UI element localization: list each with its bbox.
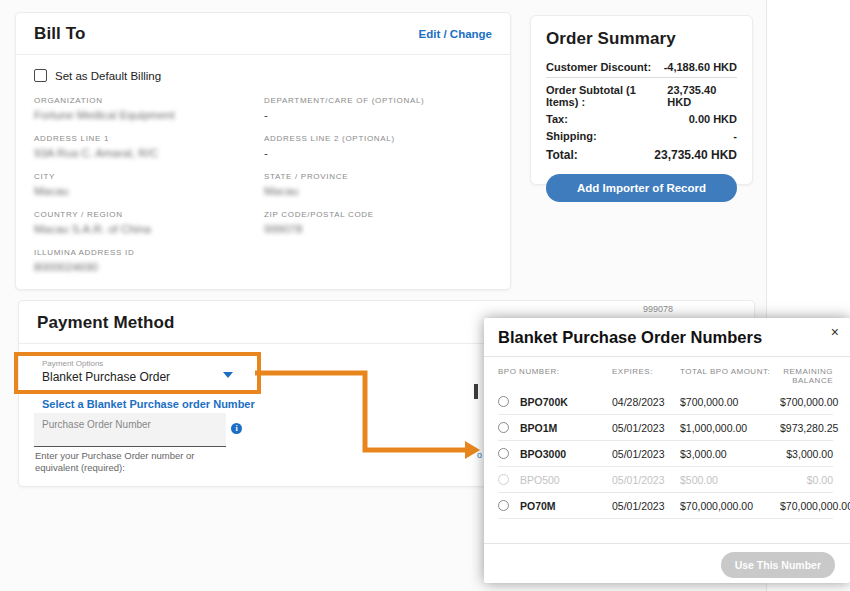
background-link-fragment: o (477, 450, 482, 460)
payment-method-title: Payment Method (37, 313, 174, 333)
summary-divider (546, 77, 737, 78)
field-state-province: STATE / PROVINCE Macau (264, 172, 492, 197)
field-department: DEPARTMENT/CARE OF (OPTIONAL) - (264, 96, 492, 121)
bpo-modal-footer: Use This Number (484, 543, 850, 583)
summary-row-tax: Tax: 0.00 HKD (546, 110, 737, 127)
bpo-modal: Blanket Purchase Order Numbers × BPO NUM… (484, 318, 850, 583)
bpo-modal-title: Blanket Purchase Order Numbers (498, 328, 762, 346)
summary-row-subtotal: Order Subtotal (1 Items) : 23,735.40 HKD (546, 81, 737, 110)
bpo-table-header: BPO NUMBER: EXPIRES: TOTAL BPO AMOUNT: R… (484, 357, 850, 389)
bpo-row-po70m[interactable]: PO70M 05/01/2023 $70,000,000.00 $70,000,… (498, 493, 833, 519)
chevron-down-icon (223, 372, 233, 378)
close-icon[interactable]: × (831, 324, 839, 340)
po-helper-text: Enter your Purchase Order number or equi… (35, 450, 194, 473)
background-zip-fragment: 999078 (643, 304, 673, 314)
payment-options-dropdown[interactable]: Payment Options Blanket Purchase Order (34, 356, 241, 391)
default-billing-checkbox[interactable] (34, 69, 47, 82)
bill-to-header: Bill To Edit / Change (16, 13, 510, 55)
bpo-row-bpo700k[interactable]: BPO700K 04/28/2023 $700,000.00 $700,000.… (498, 389, 833, 415)
add-importer-of-record-button[interactable]: Add Importer of Record (546, 174, 737, 202)
field-city: CITY Macau (34, 172, 264, 197)
default-billing-label: Set as Default Billing (55, 70, 161, 82)
field-address-line-1: ADDRESS LINE 1 93A Rua C. Amaral, R/C (34, 134, 264, 159)
field-organization: ORGANIZATION Fortune Medical Equipment (34, 96, 264, 121)
field-illumina-address-id: ILLUMINA ADDRESS ID 8000024690 (34, 248, 264, 273)
bill-to-card: Bill To Edit / Change Set as Default Bil… (15, 12, 511, 290)
select-bpo-number-link[interactable]: Select a Blanket Purchase order Number (42, 398, 255, 410)
edit-change-link[interactable]: Edit / Change (419, 28, 492, 40)
payment-options-label: Payment Options (42, 359, 241, 368)
checkout-page: 999078 o Bill To Edit / Change Set as De… (0, 0, 850, 591)
bpo-row-bpo500-disabled: BPO500 05/01/2023 $500.00 $0.00 (498, 467, 833, 493)
bpo-row-bpo3000[interactable]: BPO3000 05/01/2023 $3,000.00 $3,000.00 (498, 441, 833, 467)
bill-to-title: Bill To (34, 24, 85, 44)
field-country-region: COUNTRY / REGION Macau S.A.R. of China (34, 210, 264, 235)
purchase-order-number-field[interactable] (34, 413, 226, 447)
payment-options-value: Blanket Purchase Order (42, 370, 241, 384)
background-content-fragment (474, 384, 478, 399)
bpo-radio[interactable] (498, 448, 509, 459)
purchase-order-number-input[interactable] (34, 413, 226, 446)
bpo-radio-disabled (498, 474, 509, 485)
bpo-radio[interactable] (498, 396, 509, 407)
summary-row-shipping: Shipping: - (546, 127, 737, 144)
summary-row-discount: Customer Discount: -4,188.60 HKD (546, 58, 737, 75)
order-summary-card: Order Summary Customer Discount: -4,188.… (530, 15, 753, 185)
bpo-row-bpo1m[interactable]: BPO1M 05/01/2023 $1,000,000.00 $973,280.… (498, 415, 833, 441)
use-this-number-button[interactable]: Use This Number (721, 552, 835, 578)
bpo-radio[interactable] (498, 500, 509, 511)
bpo-radio[interactable] (498, 422, 509, 433)
field-zip-code: ZIP CODE/POSTAL CODE 999078 (264, 210, 492, 235)
summary-row-total: Total: 23,735.40 HKD (546, 144, 737, 165)
field-address-line-2: ADDRESS LINE 2 (OPTIONAL) - (264, 134, 492, 159)
order-summary-title: Order Summary (546, 29, 737, 49)
info-icon[interactable]: i (231, 423, 242, 434)
